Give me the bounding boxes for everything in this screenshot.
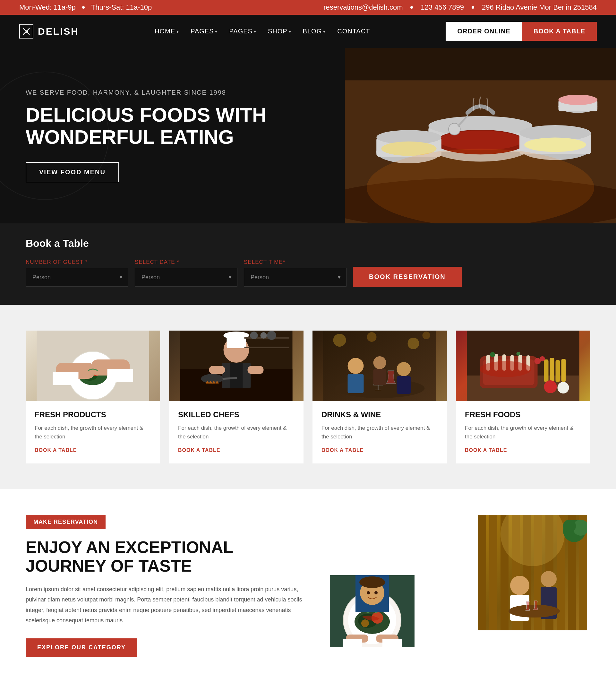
svg-rect-77	[544, 359, 548, 382]
svg-point-48	[250, 332, 258, 339]
svg-rect-47	[244, 347, 289, 348]
feature-card-fresh-products: FRESH PRODUCTS For each dish, the growth…	[26, 331, 160, 463]
nav-contact[interactable]: CONTACT	[337, 28, 370, 35]
email: reservations@delish.com	[324, 3, 403, 12]
svg-rect-79	[556, 360, 560, 382]
svg-point-24	[367, 148, 594, 223]
feature-title-4: FRESH FOODS	[465, 410, 581, 419]
svg-point-114	[361, 620, 369, 627]
svg-rect-119	[382, 639, 402, 647]
top-bar-left: Mon-Wed: 11a-9p Thurs-Sat: 11a-10p	[19, 3, 152, 12]
book-table-section: Book a Table NUMBER OF GUEST * Person 1 …	[0, 223, 616, 305]
dot-separator-2	[410, 6, 413, 9]
hours-weekday: Mon-Wed: 11a-9p	[19, 3, 76, 12]
features-grid: FRESH PRODUCTS For each dish, the growth…	[26, 331, 590, 463]
order-online-button[interactable]: ORDER ONLINE	[446, 22, 522, 41]
svg-point-76	[480, 361, 531, 377]
svg-point-55	[408, 338, 419, 349]
svg-point-102	[540, 571, 557, 587]
nav-shop[interactable]: SHOP ▾	[268, 28, 291, 35]
dot-separator-3	[472, 6, 474, 9]
book-table-button[interactable]: BOOK A TABLE	[522, 22, 597, 41]
svg-point-124	[374, 591, 378, 594]
svg-point-54	[367, 332, 377, 342]
dot-separator-1	[82, 6, 85, 9]
svg-point-86	[540, 356, 545, 361]
feature-card-skilled-chefs: SKILLED CHEFS For each dish, the growth …	[169, 331, 303, 463]
feature-image-drinks-wine	[313, 331, 447, 401]
nav-pages-2[interactable]: PAGES ▾	[229, 28, 256, 35]
nav-blog[interactable]: BLOG ▾	[303, 28, 326, 35]
feature-link-3[interactable]: BOOK A TABLE	[322, 447, 364, 453]
feature-card-fresh-foods: FRESH FOODS For each dish, the growth of…	[456, 331, 590, 463]
chevron-down-icon: ▾	[289, 29, 291, 34]
svg-point-56	[422, 332, 430, 339]
date-select[interactable]: Person	[135, 268, 237, 287]
top-bar: Mon-Wed: 11a-9p Thurs-Sat: 11a-10p reser…	[0, 0, 616, 15]
hero-content: WE SERVE FOOD, HARMONY, & LAUGHTER SINCE…	[0, 48, 345, 223]
guest-select-wrapper: Person 1 Person 2 Persons 3 Persons 4 Pe…	[26, 268, 128, 287]
svg-rect-23	[345, 48, 616, 80]
date-label: SELECT DATE *	[135, 259, 237, 265]
book-reservation-button[interactable]: BOOK RESERVATION	[353, 267, 462, 287]
top-bar-right: reservations@delish.com 123 456 7899 296…	[324, 3, 597, 12]
feature-link-1[interactable]: BOOK A TABLE	[35, 447, 77, 453]
time-select[interactable]: Person	[244, 268, 347, 287]
feature-desc-4: For each dish, the growth of every eleme…	[465, 424, 581, 441]
feature-image-fresh-products	[26, 331, 160, 401]
about-description: Lorem ipsum dolor sit amet consectetur a…	[26, 584, 308, 626]
booking-form: NUMBER OF GUEST * Person 1 Person 2 Pers…	[26, 258, 590, 287]
time-field-group: SELECT TIME* Person	[244, 259, 347, 287]
feature-content-drinks-wine: DRINKS & WINE For each dish, the growth …	[313, 401, 447, 463]
features-section: FRESH PRODUCTS For each dish, the growth…	[0, 305, 616, 489]
book-table-title: Book a Table	[26, 237, 590, 249]
svg-point-82	[558, 382, 569, 394]
svg-rect-42	[209, 366, 225, 374]
feature-image-skilled-chefs	[169, 331, 303, 401]
make-reservation-badge[interactable]: MAKE RESERVATION	[26, 515, 106, 529]
feature-title-2: SKILLED CHEFS	[178, 410, 294, 419]
feature-content-fresh-products: FRESH PRODUCTS For each dish, the growth…	[26, 401, 160, 463]
svg-rect-80	[562, 359, 566, 382]
svg-rect-41	[230, 363, 243, 388]
logo-text: DELISH	[38, 26, 79, 37]
svg-point-60	[397, 362, 411, 376]
feature-title-3: DRINKS & WINE	[322, 410, 438, 419]
logo-icon	[19, 24, 33, 38]
address: 296 Ridao Avenie Mor Berlin 251584	[482, 3, 597, 12]
svg-rect-59	[348, 374, 364, 393]
hero-subtitle: WE SERVE FOOD, HARMONY, & LAUGHTER SINCE…	[26, 89, 319, 96]
nav-home[interactable]: HOME ▾	[155, 28, 179, 35]
svg-point-100	[510, 576, 529, 595]
about-images	[327, 515, 587, 650]
feature-link-4[interactable]: BOOK A TABLE	[465, 447, 507, 453]
feature-content-skilled-chefs: SKILLED CHEFS For each dish, the growth …	[169, 401, 303, 463]
hero-food-image	[345, 48, 616, 223]
feature-link-2[interactable]: BOOK A TABLE	[178, 447, 220, 453]
nav-pages-1[interactable]: PAGES ▾	[191, 28, 218, 35]
hero-section: WE SERVE FOOD, HARMONY, & LAUGHTER SINCE…	[0, 48, 616, 223]
chevron-down-icon: ▾	[215, 29, 218, 34]
header-buttons: ORDER ONLINE BOOK A TABLE	[446, 22, 597, 41]
header: DELISH HOME ▾ PAGES ▾ PAGES ▾ SHOP ▾ BLO…	[0, 15, 616, 48]
hero-image	[345, 48, 616, 223]
explore-category-button[interactable]: EXPLORE OUR CATEGORY	[26, 638, 137, 657]
feature-desc-3: For each dish, the growth of every eleme…	[322, 424, 438, 441]
about-content: MAKE RESERVATION ENJOY AN EXCEPTIONAL JO…	[26, 515, 308, 657]
main-nav: HOME ▾ PAGES ▾ PAGES ▾ SHOP ▾ BLOG ▾ CON…	[155, 28, 370, 35]
svg-rect-78	[550, 358, 555, 382]
svg-point-53	[333, 334, 346, 347]
guest-select[interactable]: Person 1 Person 2 Persons 3 Persons 4 Pe…	[26, 268, 128, 287]
svg-point-123	[367, 591, 370, 594]
date-field-group: SELECT DATE * Person	[135, 259, 237, 287]
logo[interactable]: DELISH	[19, 24, 79, 38]
feature-desc-1: For each dish, the growth of every eleme…	[35, 424, 151, 441]
about-title: ENJOY AN EXCEPTIONAL JOURNEY OF TASTE	[26, 538, 308, 575]
feature-desc-2: For each dish, the growth of every eleme…	[178, 424, 294, 441]
svg-point-104	[508, 605, 560, 617]
view-menu-button[interactable]: VIEW FOOD MENU	[26, 162, 119, 182]
feature-content-fresh-foods: FRESH FOODS For each dish, the growth of…	[456, 401, 590, 463]
time-label: SELECT TIME*	[244, 259, 347, 265]
svg-point-49	[260, 332, 267, 339]
svg-point-20	[559, 95, 598, 105]
